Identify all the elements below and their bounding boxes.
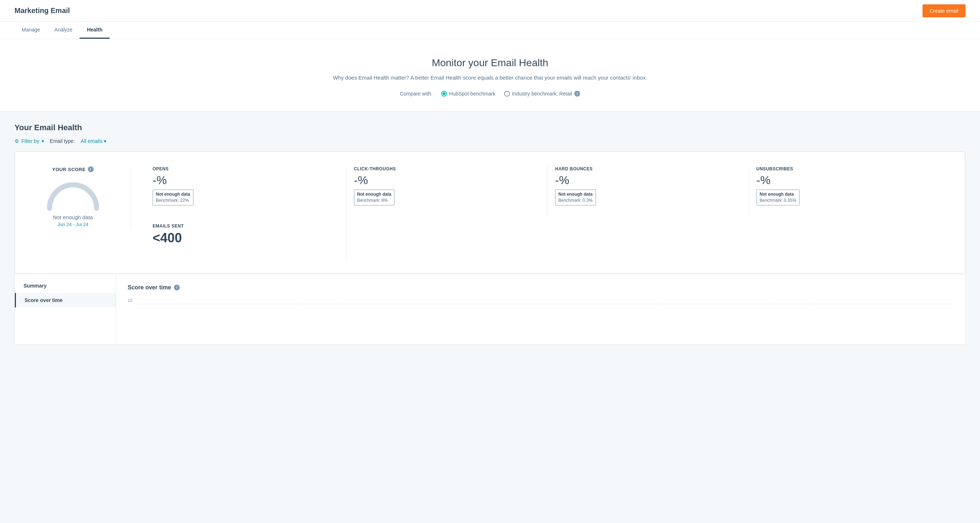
hero-subtitle: Why does Email Health matter? A better E… (14, 75, 966, 81)
tab-manage[interactable]: Manage (14, 22, 48, 39)
main-content: Your Email Health ⚙ Filter by ▾ Email ty… (0, 111, 980, 356)
filter-icon: ⚙ (14, 138, 19, 144)
metric-sent-name: EMAILS SENT (153, 224, 184, 229)
email-type-chevron-icon: ▾ (104, 138, 106, 144)
compare-row: Compare with: HubSpot benchmark Industry… (14, 91, 966, 97)
score-card: YOUR SCORE i Not enough data Jun 24 - Ju… (15, 151, 965, 274)
create-email-button[interactable]: Create email (923, 4, 966, 17)
filter-chevron-icon: ▾ (41, 138, 44, 144)
metric-opens-name: OPENS (153, 166, 169, 172)
metric-unsub-badge-main: Not enough data (760, 191, 796, 197)
metric-opens-badge-sub: Benchmark: 22% (156, 198, 189, 203)
tab-health[interactable]: Health (80, 22, 110, 39)
metric-ct-badge-main: Not enough data (357, 191, 391, 197)
metric-unsub-badge: Not enough data Benchmark: 0.35% (757, 189, 800, 205)
chart-wrapper: 10 (128, 298, 954, 334)
metric-hb-badge: Not enough data Benchmark: 0.3% (555, 189, 596, 205)
hubspot-benchmark-option[interactable]: HubSpot benchmark (441, 91, 495, 97)
chart-title: Score over time i (128, 284, 954, 291)
filter-bar: ⚙ Filter by ▾ Email type: All emails ▾ (14, 138, 966, 144)
tab-analyze[interactable]: Analyze (48, 22, 80, 39)
industry-benchmark-option[interactable]: Industry benchmark: Retail i (504, 91, 581, 97)
health-card: YOUR SCORE i Not enough data Jun 24 - Ju… (14, 151, 966, 345)
hubspot-label: HubSpot benchmark (449, 91, 495, 97)
metric-unsub-badge-sub: Benchmark: 0.35% (760, 198, 796, 203)
hubspot-radio[interactable] (441, 91, 447, 97)
chart-y-label: 10 (128, 298, 132, 303)
metric-hb-badge-sub: Benchmark: 0.3% (558, 198, 593, 203)
metric-ct-value: -% (354, 174, 368, 186)
score-date: Jun 24 - Jul 24 (57, 222, 88, 227)
metric-hb-value: -% (555, 174, 569, 186)
metric-opens-badge: Not enough data Benchmark: 22% (153, 189, 194, 205)
chart-info-icon[interactable]: i (174, 285, 180, 291)
email-type-button[interactable]: All emails ▾ (81, 138, 106, 144)
chart-title-text: Score over time (128, 284, 171, 291)
hero-section: Monitor your Email Health Why does Email… (0, 39, 980, 111)
metric-sent-value: <400 (153, 232, 182, 245)
email-type-label: Email type: (50, 138, 75, 144)
top-header: Marketing Email Create email (0, 0, 980, 22)
filter-label: Filter by (21, 138, 40, 144)
summary-title: Summary (15, 283, 116, 293)
metric-opens: OPENS -% Not enough data Benchmark: 22% (145, 166, 347, 216)
industry-radio[interactable] (504, 91, 510, 97)
metric-hb-name: HARD BOUNCES (555, 166, 593, 172)
nav-tabs: Manage Analyze Health (0, 22, 980, 39)
metric-hardbounces: HARD BOUNCES -% Not enough data Benchmar… (548, 166, 749, 216)
metric-unsub-name: UNSUBSCRIBES (757, 166, 794, 172)
chart-area: Score over time i 10 (116, 274, 965, 344)
chart-gridline (138, 304, 954, 304)
metrics-right: OPENS -% Not enough data Benchmark: 22% … (131, 166, 950, 259)
metric-ct-badge-sub: Benchmark: 8% (357, 198, 388, 203)
score-label-text: YOUR SCORE (52, 167, 85, 172)
gauge-container (44, 180, 102, 208)
page-title: Marketing Email (14, 6, 70, 15)
industry-label: Industry benchmark: Retail (512, 91, 573, 97)
score-left: YOUR SCORE i Not enough data Jun 24 - Ju… (30, 166, 131, 227)
industry-info-icon[interactable]: i (574, 91, 580, 97)
score-label-row: YOUR SCORE i (52, 166, 93, 172)
metric-opens-badge-main: Not enough data (156, 191, 190, 197)
filter-by-button[interactable]: ⚙ Filter by ▾ (14, 138, 44, 144)
summary-sidebar: Summary Score over time (15, 274, 116, 344)
metric-unsubscribes: UNSUBSCRIBES -% Not enough data Benchmar… (749, 166, 951, 216)
metric-opens-value: -% (153, 174, 167, 186)
metric-unsub-value: -% (757, 174, 771, 186)
hero-title: Monitor your Email Health (14, 57, 966, 69)
metric-clickthroughs: CLICK-THROUGHS -% Not enough data Benchm… (347, 166, 548, 216)
score-info-icon[interactable]: i (88, 166, 94, 172)
summary-item-score-over-time[interactable]: Score over time (15, 293, 116, 307)
score-not-enough-text: Not enough data (53, 214, 93, 220)
compare-label: Compare with: (400, 91, 433, 97)
metric-ct-badge: Not enough data Benchmark: 8% (354, 189, 395, 205)
email-type-value: All emails (81, 138, 102, 144)
email-health-title: Your Email Health (14, 123, 966, 132)
metric-ct-name: CLICK-THROUGHS (354, 166, 396, 172)
bottom-section: Summary Score over time Score over time … (15, 274, 965, 344)
metric-hb-badge-main: Not enough data (558, 191, 593, 197)
metric-emails-sent: EMAILS SENT <400 (145, 216, 347, 259)
gauge-svg (44, 180, 102, 212)
